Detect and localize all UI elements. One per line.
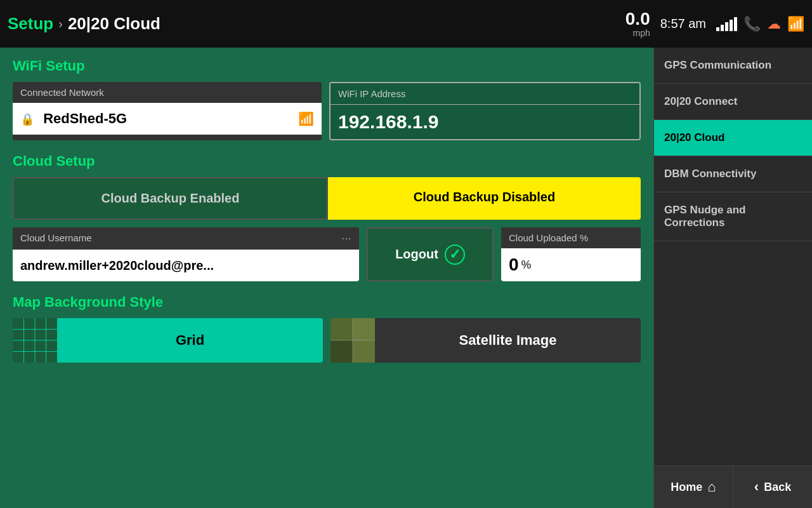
network-name: 🔒 RedShed-5G <box>20 110 127 127</box>
svg-rect-9 <box>353 340 375 363</box>
signal-bar-1 <box>716 27 719 31</box>
breadcrumb-parent[interactable]: Setup <box>8 14 53 34</box>
breadcrumb-current: 20|20 Cloud <box>68 14 160 34</box>
phone-icon: 📞 <box>743 16 761 32</box>
map-section: Map Background Style <box>13 294 641 363</box>
cloud-status-icon: ☁ <box>767 16 781 32</box>
home-icon: ⌂ <box>707 479 716 495</box>
svg-rect-11 <box>353 318 375 340</box>
wifi-status-icon: 📶 <box>787 16 804 32</box>
signal-bar-2 <box>721 25 724 31</box>
map-option-satellite[interactable]: Satellite Image <box>331 318 641 363</box>
dots-icon: ⋯ <box>341 232 351 244</box>
ip-box-header: WiFi IP Address <box>331 83 639 105</box>
header-right: 0.0 mph 8:57 am 📞 ☁ 📶 <box>625 10 804 38</box>
map-option-grid[interactable]: Grid <box>13 318 323 363</box>
grid-svg <box>13 318 57 363</box>
signal-bars-icon <box>716 17 737 31</box>
sidebar-footer: Home ⌂ ‹ Back <box>654 465 812 508</box>
cloud-bottom-row: Cloud Username ⋯ andrew.miller+2020cloud… <box>13 227 641 281</box>
content-panel: WiFi Setup Connected Network 🔒 RedShed-5… <box>0 48 653 508</box>
back-chevron-icon: ‹ <box>754 479 759 495</box>
uploaded-percent-symbol: % <box>521 258 532 272</box>
satellite-svg <box>331 318 375 363</box>
ip-value: 192.168.1.9 <box>331 105 639 139</box>
uploaded-header: Cloud Uploaded % <box>501 227 641 248</box>
lock-icon: 🔒 <box>20 113 34 126</box>
network-value: RedShed-5G <box>43 110 127 126</box>
logout-button[interactable]: Logout ✓ <box>367 227 494 281</box>
username-header: Cloud Username ⋯ <box>13 227 359 250</box>
svg-rect-8 <box>331 318 353 340</box>
cloud-toggle-row: Cloud Backup Enabled Cloud Backup Disabl… <box>13 177 641 220</box>
main-area: WiFi Setup Connected Network 🔒 RedShed-5… <box>0 48 812 508</box>
sidebar-item-gps-nudge[interactable]: GPS Nudge and Corrections <box>654 192 812 241</box>
sidebar-nav: GPS Communication 20|20 Connect 20|20 Cl… <box>654 48 812 465</box>
speed-display: 0.0 mph <box>625 10 650 38</box>
satellite-thumbnail <box>331 318 375 363</box>
cloud-section-title: Cloud Setup <box>13 153 641 170</box>
network-box-header: Connected Network <box>13 82 322 103</box>
uploaded-number: 0 <box>509 255 519 275</box>
home-label: Home <box>671 481 702 494</box>
cloud-backup-disabled-button[interactable]: Cloud Backup Disabled <box>328 177 641 220</box>
wifi-ip-box: WiFi IP Address 192.168.1.9 <box>329 82 641 140</box>
home-button[interactable]: Home ⌂ <box>654 466 733 508</box>
cloud-username-box: Cloud Username ⋯ andrew.miller+2020cloud… <box>13 227 359 281</box>
sidebar-item-gps-communication[interactable]: GPS Communication <box>654 48 812 84</box>
wifi-row: Connected Network 🔒 RedShed-5G 📶 WiFi IP… <box>13 82 641 140</box>
sidebar: GPS Communication 20|20 Connect 20|20 Cl… <box>653 48 812 508</box>
sidebar-item-dbm-connectivity[interactable]: DBM Connectivity <box>654 156 812 192</box>
username-value: andrew.miller+2020cloud@pre... <box>13 250 359 281</box>
breadcrumb-chevron-icon: › <box>58 17 63 31</box>
svg-rect-10 <box>331 340 353 363</box>
wifi-network-box: Connected Network 🔒 RedShed-5G 📶 <box>13 82 322 140</box>
status-icons: 📞 ☁ 📶 <box>716 16 804 32</box>
sidebar-item-2020-cloud[interactable]: 20|20 Cloud <box>654 120 812 156</box>
header-left: Setup › 20|20 Cloud <box>8 14 160 34</box>
username-header-label: Cloud Username <box>20 232 92 244</box>
back-label: Back <box>764 481 791 494</box>
signal-bar-4 <box>730 20 733 31</box>
breadcrumb: Setup › 20|20 Cloud <box>8 14 160 34</box>
wifi-section-title: WiFi Setup <box>13 58 641 74</box>
logout-check-icon: ✓ <box>445 244 465 265</box>
status-bar: Setup › 20|20 Cloud 0.0 mph 8:57 am 📞 ☁ … <box>0 0 812 48</box>
uploaded-value: 0 % <box>501 248 641 281</box>
sidebar-item-2020-connect[interactable]: 20|20 Connect <box>654 84 812 120</box>
cloud-backup-enabled-button[interactable]: Cloud Backup Enabled <box>13 177 328 220</box>
map-options-row: Grid <box>13 318 641 363</box>
grid-thumbnail <box>13 318 57 363</box>
signal-bar-3 <box>725 22 728 31</box>
satellite-label: Satellite Image <box>375 326 641 355</box>
wifi-signal-icon: 📶 <box>298 111 314 126</box>
speed-unit: mph <box>633 28 650 38</box>
map-section-title: Map Background Style <box>13 294 641 311</box>
signal-bar-5 <box>734 17 737 31</box>
speed-value: 0.0 <box>625 10 650 28</box>
back-button[interactable]: ‹ Back <box>733 466 812 508</box>
logout-label: Logout <box>395 247 438 262</box>
time-display: 8:57 am <box>660 17 706 31</box>
cloud-uploaded-box: Cloud Uploaded % 0 % <box>501 227 641 281</box>
network-box-content: 🔒 RedShed-5G 📶 <box>13 103 322 135</box>
grid-label: Grid <box>57 326 323 355</box>
